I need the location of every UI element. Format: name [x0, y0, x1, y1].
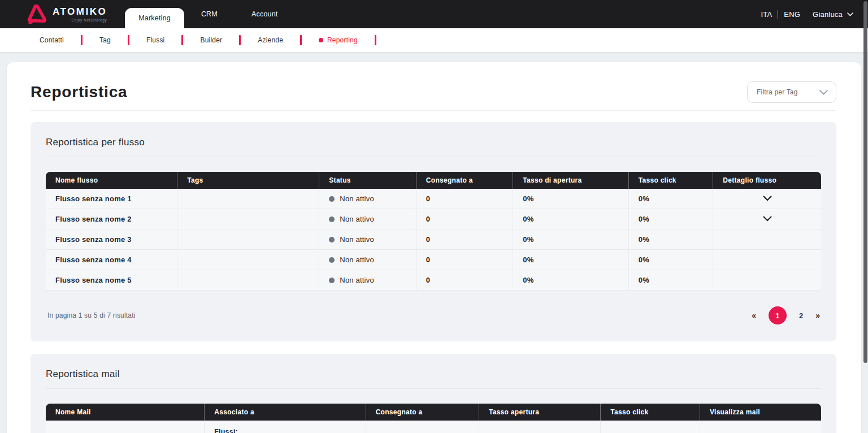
prev-page-button[interactable]: « [752, 311, 756, 320]
delivered-count: 0 [416, 189, 514, 209]
subnav-item-contatti[interactable]: Contatti [23, 36, 81, 44]
brand-name: ATOMIKO [53, 6, 107, 18]
atomiko-logo-icon [26, 5, 47, 24]
col-tasso-click: Tasso click [629, 172, 714, 189]
scrollbar-thumb[interactable] [863, 1, 867, 363]
expand-flow-detail-button[interactable] [760, 193, 775, 204]
open-rate: 0% [513, 209, 628, 230]
flow-name: Flusso senza nome 3 [46, 230, 177, 250]
table-row: Flusso senza nome 4 Non attivo 0 0% 0% [46, 250, 821, 270]
flow-name: Flusso senza nome 5 [46, 270, 177, 291]
subnav-item-aziende[interactable]: Aziende [241, 36, 300, 44]
mail-name [46, 421, 205, 433]
flow-name: Flusso senza nome 2 [46, 209, 177, 230]
col-consegnato-a: Consegnato a [416, 172, 514, 189]
marketing-subnav: Contatti Tag Flussi Builder Aziende Repo… [0, 28, 868, 52]
flow-report-pagination: In pagina 1 su 5 di 7 risultati « 1 2 » [46, 306, 821, 324]
associato-a-label: Flussi: [214, 428, 238, 433]
table-row: Flusso senza nome 2 Non attivo 0 0% 0% [46, 209, 821, 230]
flow-name: Flusso senza nome 1 [46, 189, 177, 209]
col-associato-a: Associato a [205, 404, 366, 421]
subnav-item-flussi[interactable]: Flussi [129, 36, 182, 44]
header-divider [31, 110, 836, 111]
status-dot-icon [329, 237, 335, 243]
col-nome-mail: Nome Mail [46, 404, 205, 421]
delivered-count: 0 [416, 250, 514, 270]
status-dot-icon [329, 196, 335, 202]
open-rate: 0% [513, 189, 628, 209]
status-dot-icon [329, 257, 335, 263]
col-consegnato-a: Consegnato a [366, 404, 479, 421]
lang-ita[interactable]: ITA [761, 10, 772, 19]
status-dot-icon [329, 278, 335, 283]
main-tabs: Marketing CRM Account [125, 0, 294, 28]
subnav-separator [375, 35, 376, 45]
card-divider [46, 388, 821, 389]
table-row: Flusso senza nome 1 Non attivo 0 0% 0% [46, 189, 821, 209]
table-row: Flusso senza nome 3 Non attivo 0 0% 0% [46, 230, 821, 250]
open-rate: 0% [513, 250, 628, 270]
user-name: Gianluca [813, 10, 843, 19]
language-switcher: ITA ENG [761, 10, 800, 19]
subnav-item-reporting[interactable]: Reporting [302, 36, 375, 44]
tab-crm[interactable]: CRM [184, 0, 235, 28]
mail-report-title: Reportistica mail [46, 369, 821, 380]
status-badge: Non attivo [329, 276, 406, 284]
lang-eng[interactable]: ENG [784, 10, 800, 19]
page-1-button[interactable]: 1 [769, 306, 787, 324]
table-header-row: Nome Mail Associato a Consegnato a Tasso… [46, 404, 821, 421]
flow-tags [177, 209, 319, 230]
flow-report-title: Reportistica per flusso [46, 137, 821, 148]
col-tags: Tags [177, 172, 319, 189]
col-tasso-apertura: Tasso di apertura [513, 172, 628, 189]
tab-account[interactable]: Account [235, 0, 295, 28]
atomiko-logo[interactable]: ATOMIKO Enjoy NetStrategy [26, 5, 107, 24]
card-divider [46, 157, 821, 157]
col-dettaglio-flusso: Dettaglio flusso [713, 172, 821, 189]
brand-tagline: Enjoy NetStrategy [53, 18, 107, 22]
tab-marketing[interactable]: Marketing [125, 8, 184, 28]
flow-name: Flusso senza nome 4 [46, 250, 177, 270]
filter-by-tag-select[interactable]: Filtra per Tag [747, 81, 836, 103]
page-2-button[interactable]: 2 [799, 311, 803, 320]
status-badge: Non attivo [329, 215, 406, 223]
click-rate: 0% [629, 209, 714, 230]
table-row: Flusso senza nome 5 Non attivo 0 0% 0% [46, 270, 821, 291]
expand-flow-detail-button[interactable] [760, 214, 775, 224]
chevron-down-icon [847, 12, 853, 16]
col-nome-flusso: Nome flusso [46, 172, 177, 189]
filter-by-tag-label: Filtra per Tag [757, 88, 798, 96]
next-page-button[interactable]: » [815, 311, 820, 320]
col-tasso-click: Tasso click [601, 404, 700, 421]
page-header: Reportistica Filtra per Tag [7, 62, 861, 103]
delivered-count: 0 [416, 230, 514, 250]
col-status: Status [319, 172, 416, 189]
user-menu[interactable]: Gianluca [813, 10, 853, 19]
table-row: Flussi: [46, 421, 821, 433]
mail-report-card: Reportistica mail Nome Mail Associato a … [31, 354, 836, 433]
pager: « 1 2 » [752, 306, 820, 324]
flow-tags [177, 189, 319, 209]
flow-tags [177, 230, 319, 250]
subnav-item-builder[interactable]: Builder [183, 36, 239, 44]
table-header-row: Nome flusso Tags Status Consegnato a Tas… [46, 172, 821, 189]
chevron-down-icon [819, 90, 828, 95]
subnav-item-tag[interactable]: Tag [83, 36, 128, 44]
page-scrollbar [863, 1, 867, 432]
open-rate: 0% [513, 270, 628, 291]
pagination-summary: In pagina 1 su 5 di 7 risultati [47, 311, 136, 319]
main-content: Reportistica Filtra per Tag Reportistica… [7, 62, 861, 433]
delivered-count: 0 [416, 209, 514, 230]
click-rate: 0% [629, 189, 714, 209]
delivered-count: 0 [416, 270, 514, 291]
open-rate: 0% [513, 230, 628, 250]
flow-tags [177, 270, 319, 291]
mail-report-table: Nome Mail Associato a Consegnato a Tasso… [46, 404, 821, 433]
topbar-right: ITA ENG Gianluca [761, 10, 853, 19]
lang-divider [778, 10, 778, 19]
click-rate: 0% [629, 250, 714, 270]
status-dot-icon [329, 216, 335, 222]
flow-report-table: Nome flusso Tags Status Consegnato a Tas… [46, 172, 821, 291]
status-badge: Non attivo [329, 235, 406, 244]
click-rate: 0% [629, 230, 714, 250]
